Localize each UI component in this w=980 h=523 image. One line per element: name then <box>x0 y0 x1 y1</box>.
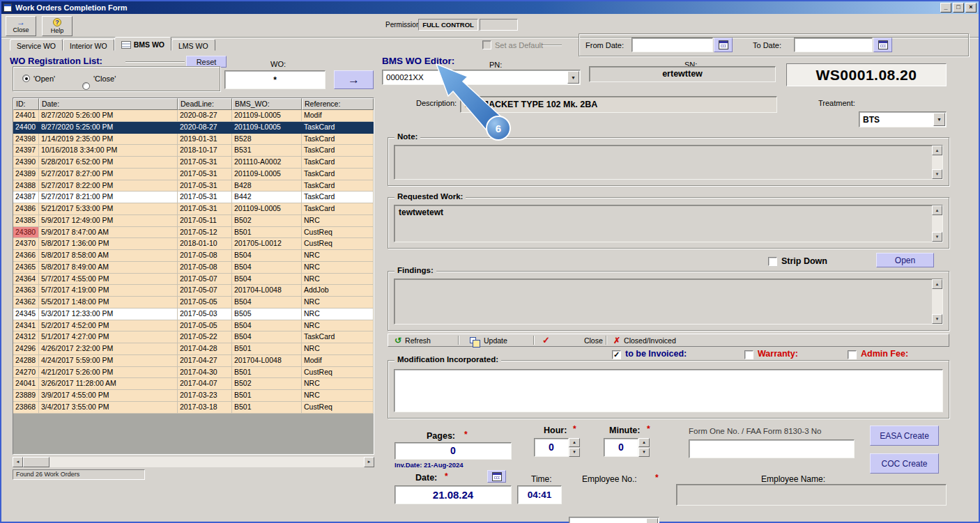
table-cell[interactable]: 5/21/2017 5:33:00 PM <box>39 203 178 215</box>
table-cell[interactable]: 201705-L0012 <box>232 238 302 250</box>
table-cell[interactable]: 2017-05-31 <box>178 192 232 203</box>
pages-field[interactable]: 0 <box>395 442 512 460</box>
minute-field[interactable]: 0 <box>604 438 638 457</box>
table-cell[interactable]: 2017-03-23 <box>178 390 232 402</box>
table-cell[interactable]: NRC <box>302 262 374 274</box>
table-row[interactable]: 243665/8/2017 8:58:00 AM2017-05-08B504NR… <box>13 250 374 262</box>
table-row[interactable]: 238893/9/2017 4:55:00 PM2017-03-23B501NR… <box>13 390 374 402</box>
table-cell[interactable]: NRC <box>302 215 374 227</box>
table-cell[interactable]: 5/9/2017 12:49:00 PM <box>39 215 178 227</box>
employee-no-dropdown[interactable]: ▼ <box>569 517 659 523</box>
table-cell[interactable]: 2017-05-05 <box>178 297 232 309</box>
hour-spin-up-icon[interactable]: ▲ <box>569 438 580 447</box>
table-cell[interactable]: B442 <box>232 192 302 203</box>
table-cell[interactable]: 24389 <box>13 169 39 180</box>
scroll-down-icon[interactable]: ▼ <box>932 169 942 179</box>
closed-invoiced-button[interactable]: ✗ Closed/Invoiced <box>611 335 678 345</box>
table-cell[interactable]: TaskCard <box>302 180 374 192</box>
table-cell[interactable]: 5/7/2017 4:19:00 PM <box>39 285 178 297</box>
table-cell[interactable]: 24341 <box>13 320 39 332</box>
table-cell[interactable]: AddJob <box>302 285 374 297</box>
table-cell[interactable]: 5/27/2017 8:21:00 PM <box>39 192 178 203</box>
table-cell[interactable]: 201109-L0005 <box>232 122 302 134</box>
table-cell[interactable]: 5/1/2017 4:27:00 PM <box>39 331 178 343</box>
table-row[interactable]: 243645/7/2017 4:55:00 PM2017-05-07B504NR… <box>13 274 374 286</box>
table-cell[interactable]: 24366 <box>13 250 39 262</box>
minute-spin-up-icon[interactable]: ▲ <box>638 438 650 447</box>
table-cell[interactable]: B501 <box>232 367 302 379</box>
table-cell[interactable]: 5/9/2017 8:47:00 AM <box>39 227 178 239</box>
table-row[interactable]: 243905/28/2017 6:52:00 PM2017-05-3120111… <box>13 157 374 169</box>
table-cell[interactable]: 5/27/2017 8:27:00 PM <box>39 169 178 180</box>
table-cell[interactable]: 2017-05-31 <box>178 180 232 192</box>
table-cell[interactable]: 5/3/2017 12:33:00 PM <box>39 309 178 320</box>
table-cell[interactable]: 24398 <box>13 134 39 146</box>
table-row[interactable]: 242964/26/2017 2:32:00 PM2017-04-28B501N… <box>13 343 374 355</box>
table-cell[interactable]: 24390 <box>13 157 39 169</box>
table-cell[interactable]: NRC <box>302 274 374 286</box>
table-cell[interactable]: CustReq <box>302 227 374 239</box>
table-row[interactable]: 243655/8/2017 8:49:00 AM2017-05-08B504NR… <box>13 262 374 274</box>
hour-field[interactable]: 0 <box>534 438 569 457</box>
scrollbar-thumb[interactable] <box>23 457 49 467</box>
wo-search-input-field[interactable] <box>225 71 325 88</box>
note-textarea[interactable] <box>394 145 943 180</box>
table-cell[interactable]: B501 <box>232 343 302 355</box>
table-cell[interactable]: 2017-05-22 <box>178 331 232 343</box>
table-cell[interactable]: 24363 <box>13 285 39 297</box>
table-cell[interactable]: CustReq <box>302 238 374 250</box>
table-cell[interactable]: 8/27/2020 5:26:00 PM <box>39 110 178 122</box>
table-row[interactable]: 243855/9/2017 12:49:00 PM2017-05-11B502N… <box>13 215 374 227</box>
chevron-down-icon[interactable]: ▼ <box>567 71 579 84</box>
strip-down-checkbox[interactable] <box>768 257 777 266</box>
table-cell[interactable]: B501 <box>232 227 302 239</box>
table-row[interactable]: 243805/9/2017 8:47:00 AM2017-05-12B501Cu… <box>13 227 374 239</box>
from-date-input-field[interactable] <box>632 38 712 52</box>
chevron-down-icon[interactable]: ▼ <box>933 113 945 126</box>
table-row[interactable]: 243125/1/2017 4:27:00 PM2017-05-22B504Ta… <box>13 331 374 343</box>
admin-fee-checkbox[interactable] <box>848 350 857 359</box>
table-cell[interactable]: 5/8/2017 8:49:00 AM <box>39 262 178 274</box>
form-one-input-field[interactable] <box>689 440 854 458</box>
table-cell[interactable]: 2017-04-30 <box>178 367 232 379</box>
table-cell[interactable]: 2020-08-27 <box>178 110 232 122</box>
scroll-up-icon[interactable]: ▲ <box>932 205 942 215</box>
table-row[interactable]: 242704/21/2017 5:26:00 PM2017-04-30B501C… <box>13 367 374 379</box>
table-cell[interactable]: 23868 <box>13 402 39 414</box>
close-button[interactable]: → Close <box>6 16 36 36</box>
table-row[interactable]: 243625/5/2017 1:48:00 PM2017-05-05B504NR… <box>13 297 374 309</box>
table-cell[interactable]: B528 <box>232 134 302 146</box>
table-cell[interactable]: TaskCard <box>302 134 374 146</box>
table-cell[interactable]: 24400 <box>13 122 39 134</box>
table-cell[interactable]: TaskCard <box>302 145 374 157</box>
table-cell[interactable]: NRC <box>302 250 374 262</box>
help-button[interactable]: ? Help <box>42 16 72 36</box>
table-cell[interactable]: B504 <box>232 297 302 309</box>
table-cell[interactable]: 2017-04-27 <box>178 355 232 367</box>
to-date-input[interactable] <box>794 38 873 52</box>
wo-search-go-button[interactable]: → <box>334 70 374 89</box>
tab-interior-wo[interactable]: Interior WO <box>63 39 114 51</box>
table-cell[interactable]: 2017-03-18 <box>178 402 232 414</box>
close-wo-button[interactable]: ✓ Close <box>540 335 605 345</box>
note-scrollbar[interactable]: ▲ ▼ <box>932 146 942 179</box>
table-cell[interactable]: 24370 <box>13 238 39 250</box>
table-cell[interactable]: 24312 <box>13 331 39 343</box>
table-cell[interactable]: 8/27/2020 5:25:00 PM <box>39 122 178 134</box>
scroll-up-icon[interactable]: ▲ <box>932 146 942 155</box>
table-row[interactable]: 243885/27/2017 8:22:00 PM2017-05-31B428T… <box>13 180 374 192</box>
easa-create-button[interactable]: EASA Create <box>870 426 939 446</box>
date-field[interactable]: 21.08.24 <box>395 485 512 504</box>
table-cell[interactable]: CustReq <box>302 402 374 414</box>
table-cell[interactable]: 24345 <box>13 309 39 320</box>
open-button[interactable]: Open <box>876 253 934 267</box>
table-cell[interactable]: 2017-05-31 <box>178 157 232 169</box>
chevron-down-icon[interactable]: ▼ <box>646 518 658 523</box>
table-cell[interactable]: 23889 <box>13 390 39 402</box>
table-cell[interactable]: 4/26/2017 2:32:00 PM <box>39 343 178 355</box>
table-cell[interactable]: B504 <box>232 331 302 343</box>
coc-create-button[interactable]: COC Create <box>870 453 939 474</box>
findings-scrollbar[interactable]: ▲ ▼ <box>932 279 942 324</box>
table-cell[interactable]: 5/2/2017 4:52:00 PM <box>39 320 178 332</box>
table-cell[interactable]: TaskCard <box>302 203 374 215</box>
